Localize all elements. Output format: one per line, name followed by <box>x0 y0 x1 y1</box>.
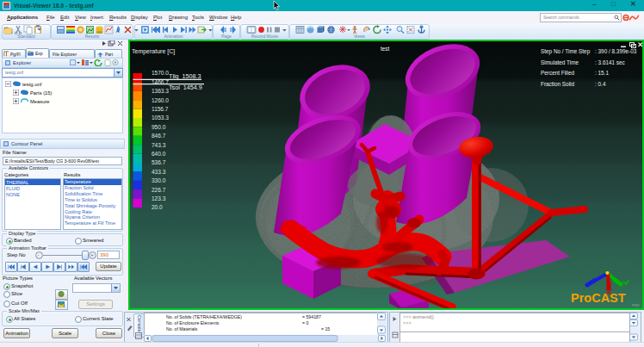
svg-text:640.0: 640.0 <box>152 151 166 157</box>
svg-text:330.0: 330.0 <box>152 177 166 183</box>
svg-text:Percent Filled: Percent Filled <box>541 70 575 76</box>
svg-text:950.0: 950.0 <box>152 124 166 130</box>
svg-text:226.7: 226.7 <box>152 187 166 193</box>
svg-text:: 0.4: : 0.4 <box>595 81 606 87</box>
svg-text:123.3: 123.3 <box>152 195 166 201</box>
svg-text:A: A <box>116 28 120 34</box>
svg-text:1053.3: 1053.3 <box>152 115 169 121</box>
svg-text:: 15.1: : 15.1 <box>595 70 609 76</box>
svg-text:1156.7: 1156.7 <box>152 106 169 112</box>
svg-text:Tsol 1454.9: Tsol 1454.9 <box>169 84 202 91</box>
svg-text:433.3: 433.3 <box>152 169 166 175</box>
svg-text:Simulated Time: Simulated Time <box>541 59 579 65</box>
svg-text:Fraction Solid: Fraction Solid <box>541 81 575 87</box>
svg-text:536.7: 536.7 <box>152 159 166 165</box>
svg-text:: 390 / 8.399e-03: : 390 / 8.399e-03 <box>595 48 637 54</box>
svg-text:846.7: 846.7 <box>152 133 166 139</box>
svg-text:Temperature [C]: Temperature [C] <box>132 48 175 55</box>
svg-text:: 3.6141 sec: : 3.6141 sec <box>595 59 626 65</box>
svg-text:1363.3: 1363.3 <box>152 88 169 94</box>
svg-text:1570.0: 1570.0 <box>152 70 169 76</box>
svg-text:Tliq 1508.3: Tliq 1508.3 <box>169 72 201 80</box>
svg-text:PW2: PW2 <box>632 303 640 307</box>
svg-text:743.3: 743.3 <box>152 142 166 148</box>
svg-text:test: test <box>381 46 390 52</box>
svg-text:1260.0: 1260.0 <box>152 97 169 103</box>
svg-text:Step No / Time Step: Step No / Time Step <box>541 48 591 55</box>
svg-text:ProCAST: ProCAST <box>571 291 626 305</box>
svg-text:20.0: 20.0 <box>152 204 163 210</box>
